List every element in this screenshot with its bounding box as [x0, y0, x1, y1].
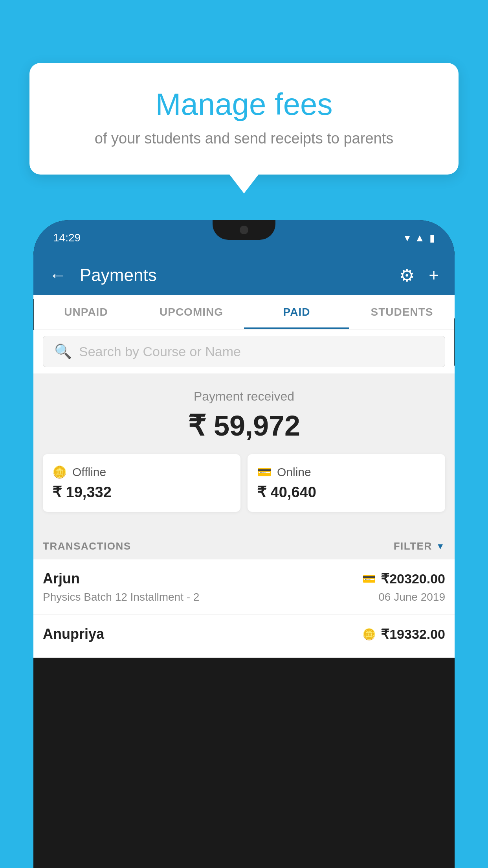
status-icons: ▾ ▲ ▮ — [405, 232, 435, 244]
transaction-list: Arjun 💳 ₹20320.00 Physics Batch 12 Insta… — [33, 559, 455, 658]
offline-card-header: 🪙 Offline — [52, 465, 106, 479]
filter-button[interactable]: FILTER ▼ — [394, 540, 445, 552]
payment-received-label: Payment received — [43, 389, 445, 404]
battery-icon: ▮ — [429, 232, 435, 244]
page-title: Payments — [80, 265, 390, 285]
transaction-amount: ₹20320.00 — [381, 571, 445, 587]
tab-unpaid[interactable]: UNPAID — [33, 295, 139, 329]
payment-type-icon: 💳 — [362, 572, 376, 585]
transactions-header: TRANSACTIONS FILTER ▼ — [33, 533, 455, 559]
phone-notch — [213, 220, 275, 240]
transaction-course: Physics Batch 12 Installment - 2 — [43, 591, 199, 603]
search-icon: 🔍 — [54, 343, 72, 360]
online-amount: ₹ 40,640 — [257, 484, 316, 501]
table-row[interactable]: Arjun 💳 ₹20320.00 Physics Batch 12 Insta… — [33, 559, 455, 615]
transaction-top: Anupriya 🪙 ₹19332.00 — [43, 626, 445, 642]
online-icon: 💳 — [257, 465, 272, 479]
transaction-name: Arjun — [43, 570, 80, 587]
tab-upcoming[interactable]: UPCOMING — [139, 295, 244, 329]
tab-paid[interactable]: PAID — [244, 295, 349, 329]
bubble-title: Manage fees — [49, 86, 439, 122]
payment-type-icon: 🪙 — [362, 628, 376, 641]
transaction-amount: ₹19332.00 — [381, 626, 445, 642]
search-input[interactable]: Search by Course or Name — [79, 344, 241, 359]
offline-label: Offline — [72, 465, 106, 479]
online-card-header: 💳 Online — [257, 465, 311, 479]
payment-total-amount: ₹ 59,972 — [43, 409, 445, 442]
back-button[interactable]: ← — [49, 267, 66, 284]
online-label: Online — [277, 465, 311, 479]
status-bar: 14:29 ▾ ▲ ▮ — [33, 220, 455, 256]
speech-bubble: Manage fees of your students and send re… — [29, 63, 459, 175]
transaction-bottom: Physics Batch 12 Installment - 2 06 June… — [43, 591, 445, 603]
offline-card: 🪙 Offline ₹ 19,332 — [43, 454, 240, 512]
offline-amount: ₹ 19,332 — [52, 484, 112, 501]
tab-students[interactable]: STUDENTS — [349, 295, 455, 329]
header-actions: ⚙ + — [399, 265, 439, 285]
add-button[interactable]: + — [429, 265, 439, 285]
transaction-date: 06 June 2019 — [378, 591, 445, 603]
transaction-top: Arjun 💳 ₹20320.00 — [43, 570, 445, 587]
phone-frame: 14:29 ▾ ▲ ▮ ← Payments ⚙ + UNPAID UPCOMI… — [33, 220, 455, 868]
online-card: 💳 Online ₹ 40,640 — [248, 454, 445, 512]
settings-button[interactable]: ⚙ — [399, 265, 415, 285]
wifi-icon: ▾ — [405, 232, 410, 244]
app-header: ← Payments ⚙ + — [33, 256, 455, 295]
search-container: 🔍 Search by Course or Name — [33, 329, 455, 373]
amount-wrap: 🪙 ₹19332.00 — [362, 626, 445, 642]
payment-cards: 🪙 Offline ₹ 19,332 💳 Online ₹ 40,640 — [43, 454, 445, 512]
signal-icon: ▲ — [415, 232, 425, 244]
table-row[interactable]: Anupriya 🪙 ₹19332.00 — [33, 615, 455, 658]
payment-summary: Payment received ₹ 59,972 🪙 Offline ₹ 19… — [33, 373, 455, 533]
search-box[interactable]: 🔍 Search by Course or Name — [43, 336, 445, 367]
filter-icon: ▼ — [436, 541, 445, 552]
filter-label: FILTER — [394, 540, 432, 552]
status-time: 14:29 — [53, 232, 81, 244]
amount-wrap: 💳 ₹20320.00 — [362, 571, 445, 587]
bubble-subtitle: of your students and send receipts to pa… — [49, 130, 439, 147]
screen-content: 🔍 Search by Course or Name Payment recei… — [33, 329, 455, 658]
offline-icon: 🪙 — [52, 465, 67, 479]
tabs-bar: UNPAID UPCOMING PAID STUDENTS — [33, 295, 455, 329]
camera — [240, 226, 248, 234]
transaction-name: Anupriya — [43, 626, 104, 642]
transactions-label: TRANSACTIONS — [43, 540, 131, 552]
